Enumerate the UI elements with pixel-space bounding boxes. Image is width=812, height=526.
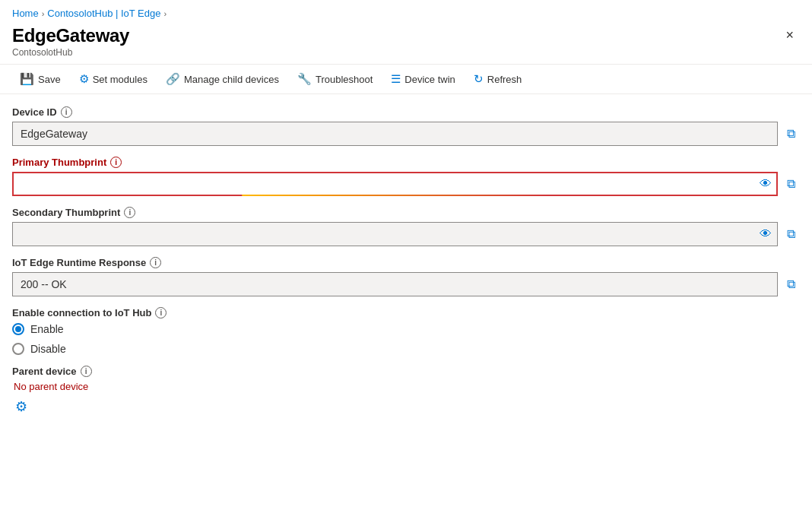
manage-child-icon: 🔗	[166, 72, 180, 86]
breadcrumb-home[interactable]: Home	[12, 8, 39, 19]
primary-thumbprint-group: Primary Thumbprint i 👁 ⧉	[12, 157, 800, 196]
disable-radio-label: Disable	[30, 343, 66, 355]
copy-icon-3: ⧉	[787, 227, 795, 241]
page-subtitle: ContosolotHub	[12, 47, 129, 58]
breadcrumb-hub[interactable]: ContosolotHub | IoT Edge	[47, 8, 160, 19]
save-icon: 💾	[20, 72, 34, 86]
disable-radio-visual	[12, 343, 24, 355]
primary-thumbprint-underline	[242, 195, 548, 196]
device-id-label: Device ID i	[12, 106, 800, 118]
device-id-copy-button[interactable]: ⧉	[782, 124, 800, 144]
primary-thumbprint-label: Primary Thumbprint i	[12, 157, 800, 168]
troubleshoot-button[interactable]: 🔧 Troubleshoot	[290, 68, 380, 90]
secondary-thumbprint-wrapper: 👁	[12, 222, 778, 246]
device-id-info-icon[interactable]: i	[61, 106, 72, 118]
enable-connection-info-icon[interactable]: i	[155, 307, 167, 318]
device-twin-label: Device twin	[404, 74, 455, 85]
set-modules-icon: ⚙	[79, 72, 89, 86]
primary-thumbprint-input[interactable]	[12, 172, 778, 196]
parent-device-gear-button[interactable]: ⚙	[12, 397, 30, 417]
save-button[interactable]: 💾 Save	[12, 68, 68, 90]
secondary-thumbprint-info-icon[interactable]: i	[124, 207, 135, 218]
iot-edge-runtime-row: ⧉	[12, 272, 800, 296]
refresh-icon: ↻	[474, 72, 484, 86]
manage-child-button[interactable]: 🔗 Manage child devices	[158, 68, 287, 90]
device-twin-button[interactable]: ☰ Device twin	[383, 68, 462, 90]
toolbar: 💾 Save ⚙ Set modules 🔗 Manage child devi…	[0, 64, 812, 94]
title-block: EdgeGateway ContosolotHub	[12, 25, 129, 58]
device-id-input[interactable]	[12, 122, 778, 146]
primary-thumbprint-info-icon[interactable]: i	[110, 157, 122, 168]
manage-child-label: Manage child devices	[184, 74, 279, 85]
iot-edge-runtime-label: IoT Edge Runtime Response i	[12, 257, 800, 268]
no-parent-text: No parent device	[12, 381, 800, 392]
parent-device-info-icon[interactable]: i	[81, 366, 92, 377]
device-id-row: ⧉	[12, 122, 800, 146]
enable-connection-group: Enable connection to IoT Hub i Enable Di…	[12, 307, 800, 355]
copy-icon-4: ⧉	[787, 277, 795, 291]
enable-radio-label: Enable	[30, 323, 64, 335]
eye-icon: 👁	[760, 177, 772, 191]
iot-edge-runtime-input[interactable]	[12, 272, 778, 296]
troubleshoot-icon: 🔧	[297, 72, 312, 86]
enable-connection-radio-group: Enable Disable	[12, 323, 800, 355]
device-id-group: Device ID i ⧉	[12, 106, 800, 146]
set-modules-button[interactable]: ⚙ Set modules	[71, 68, 155, 90]
disable-radio-item[interactable]: Disable	[12, 343, 800, 355]
secondary-thumbprint-input[interactable]	[12, 222, 778, 246]
set-modules-label: Set modules	[93, 74, 147, 85]
copy-icon-2: ⧉	[787, 177, 795, 191]
enable-radio-item[interactable]: Enable	[12, 323, 800, 335]
breadcrumb-chevron-2: ›	[163, 9, 167, 18]
gear-icon: ⚙	[15, 398, 27, 415]
secondary-thumbprint-group: Secondary Thumbprint i 👁 ⧉	[12, 207, 800, 246]
iot-edge-runtime-info-icon[interactable]: i	[150, 257, 161, 268]
primary-thumbprint-row: 👁 ⧉	[12, 172, 800, 196]
breadcrumb-chevron-1: ›	[42, 9, 45, 18]
device-twin-icon: ☰	[391, 72, 401, 86]
secondary-thumbprint-label: Secondary Thumbprint i	[12, 207, 800, 218]
content: Device ID i ⧉ Primary Thumbprint i	[0, 94, 812, 429]
secondary-thumbprint-row: 👁 ⧉	[12, 222, 800, 246]
breadcrumb: Home › ContosolotHub | IoT Edge ›	[0, 0, 812, 22]
secondary-thumbprint-copy-button[interactable]: ⧉	[782, 224, 800, 244]
eye-icon-2: 👁	[760, 227, 772, 241]
primary-thumbprint-eye-button[interactable]: 👁	[758, 176, 773, 192]
enable-radio-visual	[12, 323, 24, 335]
iot-edge-runtime-copy-button[interactable]: ⧉	[782, 274, 800, 294]
panel: Home › ContosolotHub | IoT Edge › EdgeGa…	[0, 0, 812, 526]
copy-icon: ⧉	[787, 127, 795, 141]
enable-connection-label: Enable connection to IoT Hub i	[12, 307, 800, 318]
page-title: EdgeGateway	[12, 25, 129, 46]
iot-edge-runtime-group: IoT Edge Runtime Response i ⧉	[12, 257, 800, 296]
refresh-button[interactable]: ↻ Refresh	[466, 68, 530, 90]
parent-device-label: Parent device i	[12, 366, 800, 377]
save-label: Save	[38, 74, 61, 85]
secondary-thumbprint-eye-button[interactable]: 👁	[758, 226, 773, 242]
header-row: EdgeGateway ContosolotHub ×	[0, 22, 812, 64]
refresh-label: Refresh	[487, 74, 522, 85]
primary-thumbprint-copy-button[interactable]: ⧉	[782, 174, 800, 194]
parent-device-section: Parent device i No parent device ⚙	[12, 366, 800, 417]
primary-thumbprint-wrapper: 👁	[12, 172, 778, 196]
close-button[interactable]: ×	[779, 25, 800, 45]
troubleshoot-label: Troubleshoot	[316, 74, 373, 85]
